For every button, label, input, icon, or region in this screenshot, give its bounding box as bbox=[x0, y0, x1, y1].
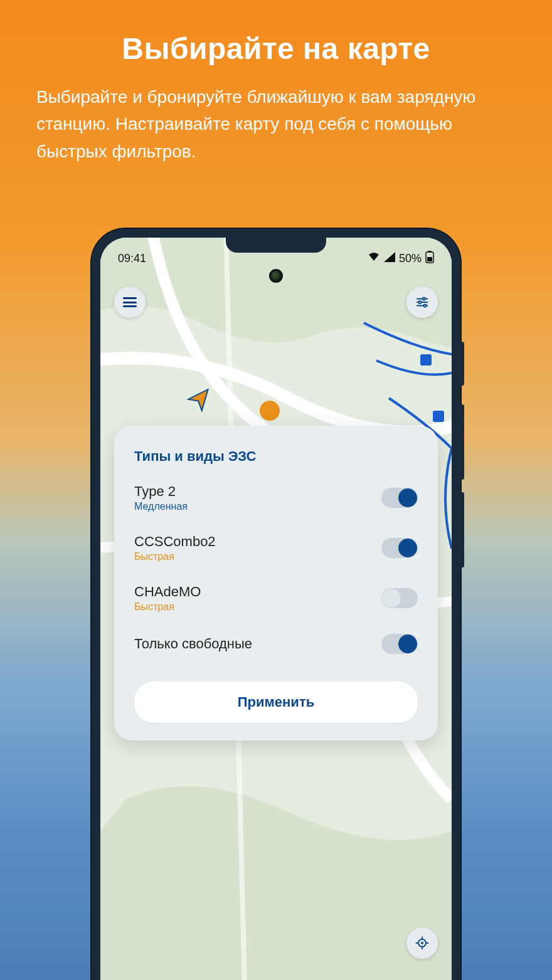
toggle-only-free[interactable] bbox=[381, 634, 418, 654]
phone-mockup: 09:41 50% bbox=[92, 229, 460, 980]
option-label: CCSCombo2 bbox=[134, 534, 216, 550]
menu-button[interactable] bbox=[114, 287, 146, 318]
front-camera bbox=[269, 269, 283, 283]
toggle-type2[interactable] bbox=[381, 488, 418, 508]
option-sublabel: Быстрая bbox=[134, 551, 216, 562]
wifi-icon bbox=[368, 252, 380, 265]
battery-icon bbox=[425, 251, 434, 266]
svg-rect-6 bbox=[427, 257, 432, 261]
svg-point-3 bbox=[260, 401, 280, 421]
apply-button[interactable]: Применить bbox=[134, 682, 418, 723]
status-time: 09:41 bbox=[118, 252, 146, 265]
sliders-icon bbox=[415, 295, 429, 309]
option-sublabel: Медленная bbox=[134, 501, 188, 512]
option-sublabel: Быстрая bbox=[134, 601, 201, 613]
phone-notch bbox=[226, 238, 326, 253]
menu-icon bbox=[123, 297, 137, 307]
hero-description: Выбирайте и бронируйте ближайшую к вам з… bbox=[36, 83, 516, 165]
option-label: Только свободные bbox=[134, 636, 252, 652]
cell-signal-icon bbox=[384, 252, 395, 265]
option-label: Type 2 bbox=[134, 483, 188, 500]
svg-point-8 bbox=[423, 297, 425, 300]
status-battery-text: 50% bbox=[399, 252, 422, 265]
volume-down-button bbox=[460, 492, 464, 567]
crosshair-icon bbox=[415, 935, 430, 951]
power-button bbox=[460, 342, 464, 386]
hero-title: Выбирайте на карте bbox=[36, 31, 516, 66]
svg-point-12 bbox=[424, 304, 427, 307]
filter-option-row: CHAdeMO Быстрая bbox=[134, 584, 418, 613]
svg-point-14 bbox=[421, 942, 423, 944]
toggle-chademo[interactable] bbox=[381, 588, 418, 608]
filter-button[interactable] bbox=[406, 287, 438, 318]
volume-up-button bbox=[460, 404, 464, 480]
svg-rect-2 bbox=[433, 411, 444, 422]
filter-option-row: CCSCombo2 Быстрая bbox=[134, 534, 418, 562]
filter-sheet-title: Типы и виды ЭЗС bbox=[134, 448, 418, 465]
locate-me-button[interactable] bbox=[406, 927, 438, 959]
option-label: CHAdeMO bbox=[134, 584, 201, 600]
svg-point-10 bbox=[418, 301, 421, 303]
filter-sheet: Типы и виды ЭЗС Type 2 Медленная CCSComb… bbox=[114, 426, 438, 740]
filter-option-row: Только свободные bbox=[134, 634, 418, 654]
svg-rect-1 bbox=[420, 354, 432, 366]
filter-option-row: Type 2 Медленная bbox=[134, 483, 418, 512]
toggle-ccscombo2[interactable] bbox=[381, 538, 418, 558]
